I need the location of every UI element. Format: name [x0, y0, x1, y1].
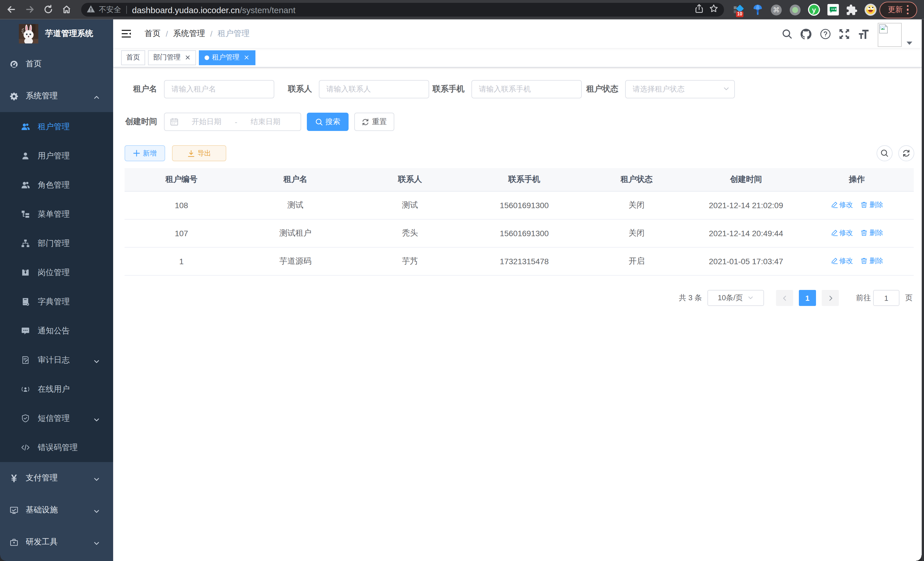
extension-gray-circle-icon[interactable] — [789, 4, 801, 16]
extension-diamond-icon[interactable]: 10 — [733, 4, 745, 16]
sidebar-item-9[interactable]: 在线用户 — [0, 375, 113, 404]
chevron-down-icon — [93, 475, 100, 481]
status-select[interactable]: 请选择租户状态 — [625, 80, 735, 98]
edit-button[interactable]: 修改 — [831, 228, 853, 238]
url-text[interactable]: dashboard.yudao.iocoder.cn/system/tenant — [132, 5, 296, 15]
sidebar-item-bottom-1[interactable]: 基础设施 — [0, 494, 113, 526]
sidebar-item-8[interactable]: 审计日志 — [0, 345, 113, 375]
sidebar-logo[interactable]: 芋道管理系统 — [0, 20, 113, 48]
font-size-icon[interactable] — [858, 20, 870, 48]
refresh-table-button[interactable] — [898, 145, 914, 161]
caret-down-icon[interactable] — [906, 37, 913, 47]
sidebar-item-bottom-2[interactable]: 研发工具 — [0, 526, 113, 558]
browser-home-icon[interactable] — [58, 2, 74, 17]
delete-button[interactable]: 删除 — [861, 228, 883, 238]
tag-home[interactable]: 首页 — [121, 50, 145, 65]
sidebar-item-3[interactable]: 菜单管理 — [0, 200, 113, 229]
tag-close-icon[interactable] — [184, 54, 191, 61]
browser-update-button[interactable]: 更新 — [879, 2, 917, 18]
browser-forward-icon[interactable] — [22, 2, 38, 17]
add-button[interactable]: 新增 — [124, 145, 165, 161]
mobile-input[interactable]: 请输入联系手机 — [471, 80, 582, 98]
sidebar-item-bottom-0[interactable]: 支付管理 — [0, 462, 113, 494]
github-icon[interactable] — [800, 20, 812, 48]
cell-created: 2021-12-14 21:02:09 — [692, 191, 800, 219]
cell-name: 测试租户 — [238, 219, 352, 247]
not-secure-label[interactable]: 不安全 — [99, 5, 121, 15]
pagination-total: 共 3 条 — [679, 290, 702, 306]
extension-y-green-icon[interactable]: y — [808, 4, 820, 16]
cell-id: 107 — [124, 219, 238, 247]
log-icon — [21, 356, 30, 364]
chevron-down-icon — [93, 415, 100, 422]
extension-parachute-icon[interactable] — [752, 4, 764, 16]
edit-button[interactable]: 修改 — [831, 200, 853, 210]
sidebar-item-4[interactable]: 部门管理 — [0, 229, 113, 258]
fullscreen-icon[interactable] — [838, 20, 850, 48]
edit-button[interactable]: 修改 — [831, 256, 853, 266]
sidebar-item-6[interactable]: 字典管理 — [0, 287, 113, 316]
sidebar-item-label: 菜单管理 — [38, 209, 70, 219]
peoples-icon — [21, 122, 30, 131]
sidebar-item-10[interactable]: 短信管理 — [0, 404, 113, 433]
sidebar-item-5[interactable]: 岗位管理 — [0, 258, 113, 287]
reset-button[interactable]: 重置 — [354, 113, 394, 131]
sidebar-item-11[interactable]: 错误码管理 — [0, 433, 113, 462]
extension-chat-icon[interactable] — [827, 4, 839, 16]
page-jump-input[interactable]: 1 — [873, 290, 899, 306]
extension-puzzle-icon[interactable] — [846, 4, 858, 16]
delete-button[interactable]: 删除 — [861, 256, 883, 266]
delete-button[interactable]: 删除 — [861, 200, 883, 210]
tag-label: 首页 — [126, 53, 140, 62]
search-button-label: 搜索 — [326, 117, 340, 127]
search-button[interactable]: 搜索 — [307, 113, 349, 131]
browser-menu-kebab-icon[interactable] — [907, 5, 909, 15]
page-size-select[interactable]: 10条/页 — [707, 290, 764, 306]
breadcrumb-system[interactable]: 系统管理 — [173, 29, 205, 39]
browser-address-bar[interactable]: 不安全 dashboard.yudao.iocoder.cn/system/te… — [81, 3, 724, 17]
extension-command-icon[interactable]: ⌘ — [770, 4, 782, 16]
tenant-name-input[interactable]: 请输入租户名 — [164, 80, 274, 98]
not-secure-warning-icon — [87, 5, 95, 15]
sidebar-item-label: 审计日志 — [38, 355, 70, 365]
share-icon[interactable] — [695, 4, 704, 15]
sidebar-item-system[interactable]: 系统管理 — [0, 80, 113, 112]
cell-mobile: 17321315478 — [467, 247, 581, 275]
search-icon[interactable] — [781, 20, 793, 48]
browser-reload-icon[interactable] — [40, 2, 56, 17]
sidebar-item-home[interactable]: 首页 — [0, 48, 113, 80]
code-icon — [21, 443, 30, 452]
sidebar-item-1[interactable]: 用户管理 — [0, 141, 113, 170]
show-search-toggle-button[interactable] — [877, 145, 892, 161]
cell-status: 开启 — [581, 247, 692, 275]
date-range-input[interactable]: 开始日期 - 结束日期 — [164, 113, 301, 131]
status-label: 租户状态 — [586, 84, 625, 94]
cell-actions: 修改 删除 — [800, 191, 914, 219]
prev-page-button[interactable] — [776, 290, 793, 306]
profile-emoji-avatar[interactable] — [865, 4, 877, 16]
col-header-actions: 操作 — [800, 168, 914, 191]
user-avatar[interactable] — [878, 23, 902, 47]
table-row: 1 芋道源码 芋艿 17321315478 开启 2021-01-05 17:0… — [124, 247, 914, 275]
tag-close-icon[interactable] — [243, 54, 250, 61]
extension-badge: 10 — [736, 11, 743, 17]
export-button[interactable]: 导出 — [172, 145, 226, 161]
sidebar-item-2[interactable]: 角色管理 — [0, 170, 113, 200]
bookmark-star-icon[interactable] — [709, 4, 718, 15]
col-header-contact: 联系人 — [352, 168, 467, 191]
sidebar-item-7[interactable]: 通知公告 — [0, 316, 113, 345]
browser-back-icon[interactable] — [3, 2, 19, 17]
next-page-button[interactable] — [822, 290, 839, 306]
sidebar-item-label: 短信管理 — [38, 413, 70, 423]
sidebar-item-label: 用户管理 — [38, 151, 70, 161]
tag-tenant-active[interactable]: 租户管理 — [199, 50, 255, 65]
monitor-icon — [10, 506, 18, 514]
sidebar-item-0[interactable]: 租户管理 — [0, 112, 113, 141]
current-page-button[interactable]: 1 — [799, 290, 816, 306]
breadcrumb-home[interactable]: 首页 — [145, 29, 160, 39]
contact-input[interactable]: 请输入联系人 — [319, 80, 429, 98]
tag-dept[interactable]: 部门管理 — [148, 50, 196, 65]
sidebar-item-label: 字典管理 — [38, 296, 70, 307]
help-icon[interactable] — [819, 20, 831, 48]
hamburger-toggle[interactable] — [115, 20, 138, 48]
